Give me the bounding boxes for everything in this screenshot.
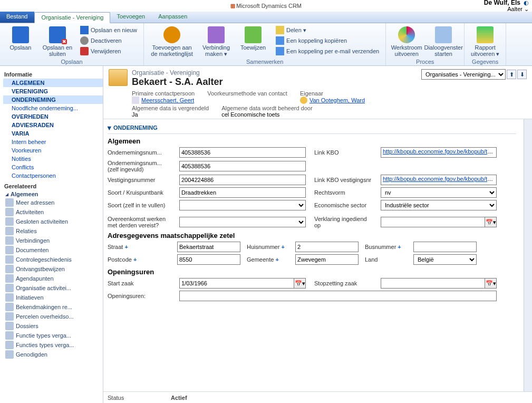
datepicker-verklaring-button[interactable]: 📅▾ [485,217,497,227]
label-busnr: Busnummer + [365,244,407,250]
nav-algemeen[interactable]: ALGEMEEN [3,79,103,87]
datepicker-start-button[interactable]: 📅▾ [294,278,306,289]
tab-aanpassen[interactable]: Aanpassen [152,12,194,23]
owner-link[interactable]: Van Ooteghem, Ward [309,97,365,103]
select-rechtsvorm[interactable]: nv [381,187,497,198]
related-item-5[interactable]: Documenten [3,245,103,255]
nav-notities[interactable]: Notities [3,155,103,163]
related-item-0[interactable]: Meer adressen [3,198,103,207]
related-item-6[interactable]: Controlegeschiedenis [3,255,103,264]
nav-overheden[interactable]: OVERHEDEN [3,112,103,121]
select-soortzelf[interactable] [179,200,306,210]
label-land: Land [365,256,407,263]
add-marketinglist-button[interactable]: Toevoegen aan de marketinglijst [148,25,196,58]
nav-conflicts[interactable]: Conflicts [3,163,103,171]
related-item-12[interactable]: Percelen overheidso... [3,312,103,321]
datepicker-stop-button[interactable]: 📅▾ [485,278,497,289]
group-label-samenwerken: Samenwerken [144,59,385,65]
related-item-icon [5,227,14,235]
primary-contact-link[interactable]: Meersschaert, Geert [141,97,194,103]
record-title: Bekaert - S.A. Aalter [132,76,223,87]
copy-link-icon [276,36,284,45]
nav-noodfiche[interactable]: Noodfiche onderneming... [3,104,103,112]
delete-button[interactable]: Verwijderen [78,46,139,56]
related-item-14[interactable]: Functie types verga... [3,331,103,340]
nav-next-button[interactable]: ⬇ [517,70,527,79]
input-postcode[interactable] [177,254,240,265]
ribbon-group-samenwerken: Toevoegen aan de marketinglijst Verbindi… [144,23,386,65]
primary-contact-label: Primaire contactpersoon [132,90,195,97]
nav-contactpers[interactable]: Contactpersonen [3,171,103,180]
nav-internbeheer[interactable]: Intern beheer [3,138,103,146]
save-new-button[interactable]: Opslaan en nieuw [78,25,139,35]
tab-toevoegen[interactable]: Toevoegen [110,12,152,23]
related-item-10[interactable]: Initiatieven [3,293,103,302]
link-kbo[interactable]: http://kbopub.economie.fgov.be/kbopub/to… [383,148,497,155]
subheader-algemeen: Algemeen [108,137,516,145]
input-openingsuren[interactable] [179,291,497,301]
subheader-adres: Adresgegevens maatschappelijke zetel [108,232,516,239]
related-item-11[interactable]: Bekendmakingen re... [3,302,103,312]
related-item-8[interactable]: Agendapunten [3,274,103,283]
share-button[interactable]: Delen ▾ [274,25,381,35]
select-land[interactable]: België [413,254,477,265]
nav-varia[interactable]: VARIA [3,129,103,138]
related-item-15[interactable]: Functies types verga... [3,340,103,350]
input-stop[interactable] [381,278,485,289]
assign-button[interactable]: Toewijzen [237,25,269,52]
label-stop: Stopzetting zaak [314,280,372,286]
related-item-7[interactable]: Ontvangstbewijzen [3,264,103,274]
related-item-2[interactable]: Gesloten activiteiten [3,217,103,226]
nav-adviesraden[interactable]: ADVIESRADEN [3,121,103,129]
section-onderneming-header[interactable]: ▶ONDERNEMING [108,121,516,134]
email-link-button[interactable]: Een koppeling per e-mail verzenden [274,46,381,56]
related-item-9[interactable]: Organisatie activitei... [3,283,103,293]
ribbon-group-opslaan: Opslaan Opslaan en sluiten Opslaan en ni… [0,23,144,65]
input-huisnr[interactable] [295,242,359,252]
select-overeenkomst[interactable] [179,217,306,227]
nav-voorkeuren[interactable]: Voorkeuren [3,146,103,155]
tab-bestand[interactable]: Bestand [0,12,34,23]
run-workflow-button[interactable]: Werkstroom uitvoeren [390,25,423,58]
related-item-16[interactable]: Genodigden [3,350,103,359]
input-soortkb[interactable] [179,187,306,198]
related-item-13[interactable]: Dossiers [3,321,103,331]
input-ondnr2[interactable] [179,161,306,171]
nav-onderneming[interactable]: ONDERNEMING [3,95,103,104]
label-rechtsvorm: Rechtsvorm [314,189,372,196]
input-verklaring[interactable] [381,217,485,227]
deactivate-button[interactable]: Deactiveren [78,36,139,45]
nav-vereniging[interactable]: VERENIGING [3,87,103,95]
status-value: Actief [171,395,187,401]
input-straat[interactable] [177,242,240,252]
save-button[interactable]: Opslaan [4,25,37,52]
vertical-scrollbar[interactable] [524,119,532,391]
view-select[interactable]: Organisaties - Vereniging... ▾ [421,69,506,80]
owner-label: Eigenaar [300,90,365,97]
label-linkkbovest: Link KBO vestigingsnr [314,177,372,183]
input-vestnr[interactable] [179,175,306,185]
save-close-button[interactable]: Opslaan en sluiten [41,25,74,58]
label-huisnr: Huisnummer + [247,244,289,250]
related-item-icon [5,208,14,216]
input-ondnr[interactable] [179,147,306,158]
input-start[interactable] [179,278,294,289]
start-dialog-button[interactable]: Dialoogvenster starten [427,25,460,58]
related-item-1[interactable]: Activiteiten [3,207,103,217]
related-item-4[interactable]: Verbindingen [3,236,103,245]
run-report-button[interactable]: Rapport uitvoeren ▾ [469,25,501,58]
input-gemeente[interactable] [295,254,359,265]
link-kbo-vest[interactable]: http://kbopub.economie.fgov.be/kbopub/to… [383,176,497,182]
related-item-3[interactable]: Relaties [3,226,103,236]
link-kbo-box[interactable]: http://kbopub.economie.fgov.be/kbopub/to… [381,147,497,158]
link-kbo-vest-box[interactable]: http://kbopub.economie.fgov.be/kbopub/to… [381,175,497,185]
related-group-algemeen[interactable]: ◢Algemeen [3,190,103,198]
help-icon[interactable]: ◐ [524,0,529,6]
copy-link-button[interactable]: Een koppeling kopiëren [274,36,381,45]
tab-entity[interactable]: Organisatie - Vereniging [34,12,110,23]
org-caret-icon[interactable]: ⌄ [524,6,529,12]
select-econsector[interactable]: Industriële sector [381,200,497,210]
nav-prev-button[interactable]: ⬆ [507,70,516,79]
input-busnr[interactable] [413,242,477,252]
connect-button[interactable]: Verbinding maken ▾ [200,25,233,58]
